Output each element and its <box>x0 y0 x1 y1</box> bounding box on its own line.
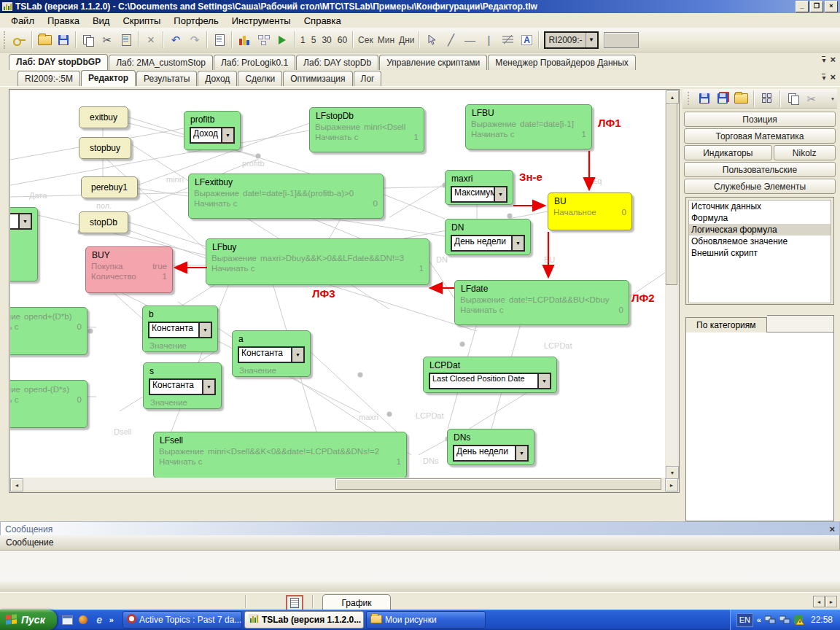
doc-tab-5[interactable]: Менеджер Провайдеров Данных <box>488 55 636 70</box>
chevron-down-icon[interactable]: ▼ <box>198 323 211 337</box>
menu-item-Правка[interactable]: Правка <box>41 14 86 28</box>
open-icon[interactable] <box>35 30 54 50</box>
doc-tab-2[interactable]: Лаб: ProLogik0.1 <box>214 55 295 70</box>
taskbar-task-opera[interactable]: Active Topics : Past 7 da... <box>122 611 242 629</box>
tab-overflow-icon[interactable]: ▾ <box>822 74 825 81</box>
group-button-Служебные Элементы[interactable]: Служебные Элементы <box>684 179 836 194</box>
view-tab-6[interactable]: Лог <box>354 71 382 86</box>
close-button[interactable]: × <box>825 1 838 12</box>
view-tab-4[interactable]: Сделки <box>238 71 282 86</box>
chart-page-icon[interactable] <box>286 595 303 611</box>
block-LFdate[interactable]: LFdateВыражениеdate!=LCPDat&&BU<DbuyНачи… <box>454 280 629 325</box>
block-opend-b[interactable]: Выражениеopend+(D*b)Начинать с0 <box>10 307 88 355</box>
view-tab-2[interactable]: Результаты <box>136 71 197 86</box>
element-item[interactable]: Внешний скрипт <box>689 247 831 259</box>
view-tab-3[interactable]: Доход <box>198 71 237 86</box>
save-icon[interactable] <box>54 30 73 50</box>
doc-tab-3[interactable]: Лаб: DAY stopDb <box>296 55 378 70</box>
menu-item-Справка[interactable]: Справка <box>298 14 348 28</box>
open-icon[interactable] <box>733 91 749 106</box>
chevron-down-icon[interactable]: ▼ <box>515 446 527 460</box>
copy-icon[interactable] <box>785 91 801 106</box>
block-BU[interactable]: BUНачальное0 <box>548 192 632 230</box>
group-button-Nikolz[interactable]: Nikolz <box>774 145 836 160</box>
messages-column-header[interactable]: Сообщение <box>0 535 840 551</box>
scroll-left-icon[interactable]: ◄ <box>10 478 23 491</box>
block-exitbuy[interactable]: exitbuy <box>79 106 128 128</box>
block-LFsell[interactable]: LFsellВыражениеminri<Dsell&&K<0&&date!=L… <box>153 432 407 478</box>
alert-icon[interactable] <box>794 615 805 625</box>
tab-by-category[interactable]: По категориям <box>685 317 767 332</box>
block-stopbuy[interactable]: stopbuy <box>79 137 131 159</box>
block-b-dropdown[interactable]: Константа▼ <box>148 322 212 338</box>
toolbar-overflow-icon[interactable]: ▾ <box>831 96 834 102</box>
save-all-icon[interactable] <box>715 91 731 106</box>
paste-icon[interactable] <box>117 30 136 50</box>
run-icon[interactable] <box>273 30 292 50</box>
symbol-combobox[interactable]: RI2009:- ▼ <box>544 31 598 49</box>
script-canvas[interactable]: ДатаminriprofitbEqDNBULCPDatmaxriLCPDatD… <box>10 90 665 478</box>
messages-list[interactable] <box>0 551 840 583</box>
block-s[interactable]: sКонстанта▼Значение <box>143 362 222 409</box>
text-label-icon[interactable]: A <box>517 30 536 50</box>
taskbar-task-folder[interactable]: Мои рисунки <box>366 611 486 629</box>
block-LCPDat[interactable]: LCPDatLast Closed Position Date▼ <box>423 357 557 393</box>
tab-scroll-left-icon[interactable]: ◄ <box>813 596 825 607</box>
properties-icon[interactable] <box>210 30 229 50</box>
tab-close-icon[interactable]: × <box>830 73 836 81</box>
group-button-Индикаторы[interactable]: Индикаторы <box>684 145 772 160</box>
menu-item-Инструменты[interactable]: Инструменты <box>225 14 298 28</box>
show-desktop-icon[interactable] <box>61 614 74 626</box>
view-tab-0[interactable]: RI2009:-:5M <box>18 71 80 86</box>
block-partial-left[interactable]: ▼ <box>10 207 38 281</box>
view-tab-5[interactable]: Оптимизация <box>283 71 352 86</box>
grid-icon[interactable] <box>759 91 775 106</box>
start-button[interactable]: Пуск <box>0 610 57 630</box>
block-DN-dropdown[interactable]: День недели▼ <box>451 235 525 252</box>
block-s-dropdown[interactable]: Константа▼ <box>149 378 216 395</box>
tab-chart[interactable]: График <box>322 594 391 611</box>
block-a-dropdown[interactable]: Константа▼ <box>238 346 305 363</box>
minimize-button[interactable]: _ <box>796 1 809 12</box>
pointer-icon[interactable] <box>422 30 441 50</box>
block-stopDb[interactable]: stopDb <box>79 211 128 233</box>
tab-close-icon[interactable]: × <box>830 55 836 63</box>
timeframe-unit-Мин[interactable]: Мин <box>376 35 397 45</box>
hscroll-thumb[interactable] <box>335 478 661 490</box>
doc-tab-1[interactable]: Лаб: 2MA_customStop <box>109 55 213 70</box>
block-BUY[interactable]: BUYПокупкаtrueКоличество1 <box>85 246 173 293</box>
chevron-down-icon[interactable]: ▼ <box>18 214 31 228</box>
clock[interactable]: 22:58 <box>811 615 833 625</box>
vertical-scrollbar[interactable]: ▲ ▼ <box>666 90 677 478</box>
tab-overflow-icon[interactable]: ▾ <box>822 56 825 63</box>
close-icon[interactable]: × <box>829 524 835 534</box>
group-button-Пользовательские[interactable]: Пользовательские <box>684 162 836 177</box>
block-LCPDat-dropdown[interactable]: Last Closed Position Date▼ <box>429 373 551 389</box>
network-icon[interactable] <box>779 615 790 625</box>
menu-item-Файл[interactable]: Файл <box>4 14 41 28</box>
key-icon[interactable] <box>10 30 29 50</box>
trend-line-icon[interactable]: ╱ <box>441 30 460 50</box>
block-LFBU[interactable]: LFBUВыражениеdate!=date[i-1]Начинать с1 <box>465 104 592 149</box>
block-a[interactable]: aКонстанта▼Значение <box>232 330 311 377</box>
vertical-line-icon[interactable]: | <box>479 30 498 50</box>
language-indicator[interactable]: EN <box>736 613 753 627</box>
chevron-down-icon[interactable]: ▼ <box>494 187 506 201</box>
network-icon[interactable] <box>765 615 776 625</box>
block-profitb-dropdown[interactable]: Доход▼ <box>190 127 235 144</box>
redo-icon[interactable]: ↷ <box>185 30 204 50</box>
timeframe-60[interactable]: 60 <box>335 35 350 45</box>
restore-button[interactable]: ❐ <box>810 1 823 12</box>
scroll-down-icon[interactable]: ▼ <box>666 466 679 479</box>
chevron-down-icon[interactable]: ▼ <box>537 374 550 388</box>
element-item[interactable]: Формула <box>689 212 831 224</box>
block-profitb[interactable]: profitbДоход▼ <box>184 111 241 150</box>
timeframe-unit-Сек[interactable]: Сек <box>356 35 376 45</box>
menu-item-Портфель[interactable]: Портфель <box>167 14 225 28</box>
timeframe-5[interactable]: 5 <box>308 35 319 45</box>
element-item[interactable]: Логическая формула <box>689 224 831 236</box>
element-item[interactable]: Источник данных <box>689 201 831 212</box>
scroll-right-icon[interactable]: ► <box>665 478 678 491</box>
group-button-Торговая Математика[interactable]: Торговая Математика <box>684 128 836 144</box>
horizontal-scrollbar[interactable]: ◄ ► <box>10 478 677 490</box>
